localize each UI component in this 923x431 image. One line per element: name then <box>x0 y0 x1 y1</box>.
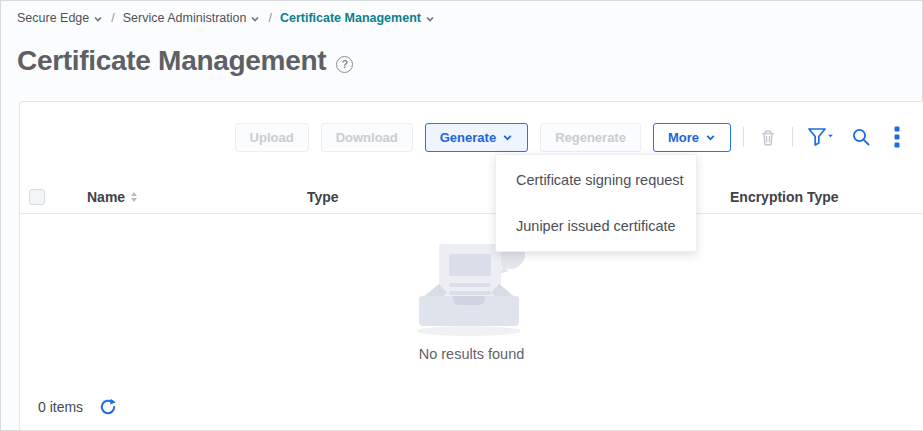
chevron-down-icon <box>425 14 435 24</box>
toolbar-divider <box>792 127 793 147</box>
more-options-button[interactable] <box>885 125 909 149</box>
more-button-label: More <box>668 130 699 145</box>
breadcrumb-label: Secure Edge <box>17 11 89 25</box>
filter-button[interactable] <box>805 125 837 149</box>
breadcrumb-label: Service Administration <box>123 11 247 25</box>
empty-tray-icon <box>397 238 547 338</box>
filter-icon <box>807 127 835 147</box>
table-toolbar: Upload Download Generate Regenerate More <box>20 102 923 152</box>
refresh-button[interactable] <box>99 398 117 416</box>
select-all-checkbox[interactable] <box>29 189 45 205</box>
column-label: Type <box>307 189 339 205</box>
empty-state-message: No results found <box>419 346 525 362</box>
column-label: Encryption Type <box>730 189 839 205</box>
table-footer: 0 items <box>20 384 923 430</box>
search-button[interactable] <box>849 125 873 149</box>
search-icon <box>851 127 871 147</box>
menu-item-certificate-signing-request[interactable]: Certificate signing request <box>496 157 696 203</box>
sort-icon[interactable] <box>131 192 137 202</box>
breadcrumb-service-administration[interactable]: Service Administration <box>123 11 261 25</box>
more-button[interactable]: More <box>653 123 731 152</box>
empty-state: No results found <box>20 214 923 384</box>
delete-button[interactable] <box>756 125 780 149</box>
certificate-table-card: Upload Download Generate Regenerate More <box>19 101 923 431</box>
breadcrumb-label: Certificate Management <box>280 11 421 25</box>
generate-dropdown-menu: Certificate signing request Juniper issu… <box>495 154 697 252</box>
breadcrumb-secure-edge[interactable]: Secure Edge <box>17 11 103 25</box>
help-icon[interactable]: ? <box>336 56 353 73</box>
menu-item-juniper-issued-certificate[interactable]: Juniper issued certificate <box>496 203 696 249</box>
table-header-row: Name Type Encryption Type <box>20 180 923 214</box>
items-count: 0 items <box>38 399 83 415</box>
certificate-management-page: Secure Edge / Service Administration / C… <box>0 0 923 431</box>
generate-button[interactable]: Generate <box>425 123 528 152</box>
breadcrumb: Secure Edge / Service Administration / C… <box>17 11 435 25</box>
download-button[interactable]: Download <box>321 123 413 152</box>
chevron-down-icon <box>705 132 716 143</box>
breadcrumb-separator: / <box>111 11 114 25</box>
column-label: Name <box>87 189 125 205</box>
chevron-down-icon <box>250 14 260 24</box>
trash-icon <box>759 128 777 147</box>
chevron-down-icon <box>502 132 513 143</box>
breadcrumb-separator: / <box>268 11 271 25</box>
column-header-name[interactable]: Name <box>87 189 307 205</box>
page-title: Certificate Management <box>17 45 326 77</box>
upload-button[interactable]: Upload <box>235 123 309 152</box>
column-header-encryption-type[interactable]: Encryption Type <box>730 189 923 205</box>
page-header: Certificate Management ? <box>17 45 353 77</box>
kebab-menu-icon <box>894 126 900 148</box>
checkbox-cell <box>20 189 87 205</box>
toolbar-divider <box>743 127 744 147</box>
chevron-down-icon <box>93 14 103 24</box>
refresh-icon <box>99 398 117 416</box>
breadcrumb-certificate-management[interactable]: Certificate Management <box>280 11 435 25</box>
regenerate-button[interactable]: Regenerate <box>540 123 641 152</box>
generate-button-label: Generate <box>440 130 496 145</box>
